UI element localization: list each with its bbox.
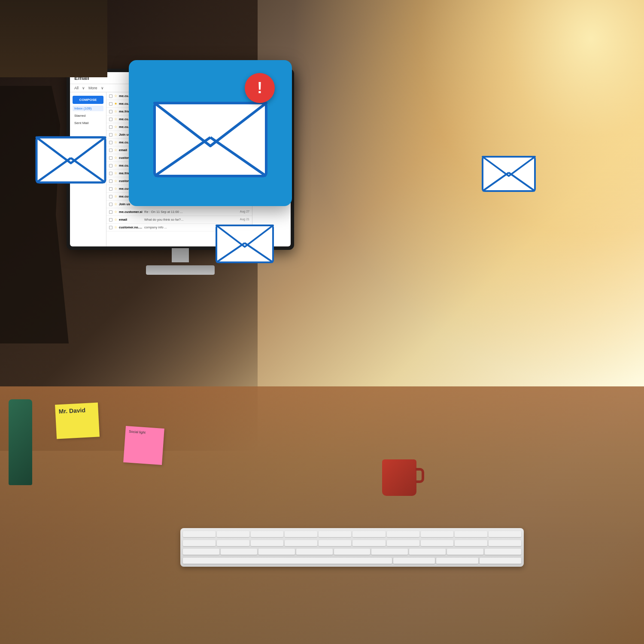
sticky-note-yellow: Mr. David: [55, 402, 100, 439]
small-envelope-bottom-icon: [215, 219, 275, 264]
checkbox[interactable]: [109, 156, 112, 160]
light-flare: [290, 0, 644, 386]
star-icon[interactable]: ☆: [114, 218, 117, 222]
checkbox[interactable]: [109, 218, 112, 222]
keyboard-key: [285, 540, 317, 546]
checkbox[interactable]: [109, 226, 112, 229]
keyboard-row: [183, 531, 521, 538]
list-item[interactable]: ☆ me.customer.si Re : On 11 Sep at 11:00…: [106, 208, 252, 216]
keyboard-row: [183, 548, 521, 556]
monitor-stand-base: [146, 265, 215, 275]
keyboard-key: [409, 549, 446, 555]
mug-handle: [416, 468, 424, 483]
compose-button[interactable]: COMPOSE: [73, 96, 103, 104]
checkbox[interactable]: [109, 125, 112, 129]
star-icon[interactable]: ☆: [114, 117, 117, 121]
sidebar-starred[interactable]: Starred: [73, 113, 103, 118]
star-icon[interactable]: ☆: [114, 156, 117, 160]
notification-card: !: [129, 60, 292, 206]
keyboard-key: [447, 549, 483, 555]
star-icon[interactable]: ☆: [114, 171, 117, 175]
star-icon[interactable]: ☆: [114, 225, 117, 229]
sticky-note-text: Mr. David: [58, 407, 85, 415]
small-envelope-left-icon: [34, 129, 107, 185]
all-arrow-icon: ∨: [82, 86, 85, 90]
star-icon[interactable]: ☆: [114, 164, 117, 167]
more-arrow-icon: ∨: [101, 86, 104, 90]
keyboard-key: [217, 531, 249, 537]
keyboard: [180, 528, 524, 567]
sticky-note-pink: Social light: [123, 426, 164, 465]
keyboard-key: [387, 531, 419, 537]
star-icon[interactable]: ☆: [114, 140, 117, 144]
checkbox[interactable]: [109, 172, 112, 175]
star-icon[interactable]: ☆: [114, 109, 117, 113]
keyboard-key: [393, 558, 435, 564]
monitor-stand-neck: [172, 248, 189, 263]
keyboard-key: [258, 549, 295, 555]
keyboard-key: [251, 531, 283, 537]
checkbox[interactable]: [109, 141, 112, 144]
keyboard-key: [387, 540, 419, 546]
keyboard-key: [352, 531, 385, 537]
checkbox[interactable]: [109, 179, 112, 183]
star-icon[interactable]: ☆: [114, 94, 117, 98]
keyboard-key: [489, 540, 521, 546]
keyboard-key: [371, 549, 408, 555]
keyboard-key: [480, 558, 521, 564]
star-icon[interactable]: ★: [114, 102, 117, 106]
checkbox[interactable]: [109, 164, 112, 167]
keyboard-key: [183, 549, 219, 555]
keyboard-key: [421, 540, 453, 546]
star-icon[interactable]: ☆: [114, 210, 117, 214]
star-icon[interactable]: ☆: [114, 125, 117, 129]
coffee-mug: [382, 459, 421, 502]
star-icon[interactable]: ☆: [114, 187, 117, 191]
checkbox[interactable]: [109, 149, 112, 152]
checkbox[interactable]: [109, 133, 112, 137]
checkbox[interactable]: [109, 102, 112, 106]
sticky-note-pink-text: Social light: [129, 430, 146, 435]
keyboard-key: [183, 531, 216, 537]
sidebar-sent[interactable]: Sent Mail: [73, 120, 103, 126]
checkbox[interactable]: [109, 110, 112, 113]
keyboard-key: [485, 549, 521, 555]
star-icon[interactable]: ☆: [114, 194, 117, 198]
keyboard-key: [489, 531, 521, 537]
notification-badge: !: [245, 73, 275, 103]
checkbox[interactable]: [109, 210, 112, 214]
checkbox[interactable]: [109, 94, 112, 98]
sidebar-inbox[interactable]: Inbox (109): [73, 106, 103, 111]
keyboard-key: [251, 540, 283, 546]
checkbox[interactable]: [109, 195, 112, 198]
keyboard-key: [319, 540, 351, 546]
keyboard-key: [296, 549, 333, 555]
star-icon[interactable]: ☆: [114, 179, 117, 183]
keyboard-key: [183, 558, 392, 564]
checkbox[interactable]: [109, 118, 112, 121]
keyboard-key: [455, 531, 487, 537]
keyboard-key: [455, 540, 487, 546]
checkbox[interactable]: [109, 203, 112, 206]
keyboard-row: [183, 557, 521, 565]
exclamation-icon: !: [257, 79, 262, 97]
keyboard-key: [436, 558, 478, 564]
all-button[interactable]: All: [74, 86, 79, 90]
keyboard-key: [217, 540, 249, 546]
star-icon[interactable]: ☆: [114, 202, 117, 206]
shelf-area: [0, 0, 107, 77]
checkbox[interactable]: [109, 187, 112, 191]
star-icon[interactable]: ☆: [114, 148, 117, 152]
more-button[interactable]: More: [88, 86, 97, 90]
keyboard-key: [183, 540, 216, 546]
keyboard-key: [334, 549, 371, 555]
keyboard-key: [221, 549, 257, 555]
keyboard-key: [319, 531, 351, 537]
keyboard-row: [183, 540, 521, 547]
star-icon[interactable]: ☆: [114, 133, 117, 137]
keyboard-key: [352, 540, 385, 546]
small-envelope-right-icon: [481, 150, 537, 193]
water-bottle: [9, 399, 32, 485]
keyboard-key: [421, 531, 453, 537]
mug-body: [382, 459, 416, 496]
